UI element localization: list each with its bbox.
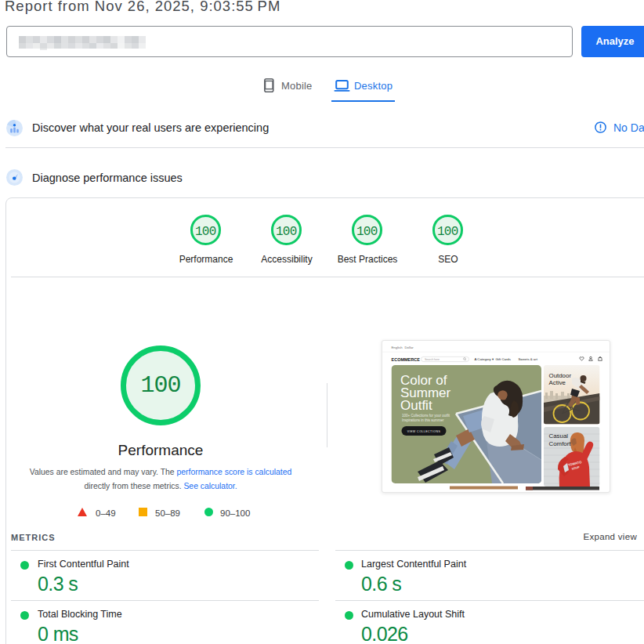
svg-text:Inspirations in this summer: Inspirations in this summer: [402, 418, 444, 422]
svg-text:Gift Cards: Gift Cards: [496, 357, 511, 361]
svg-text:VIEW COLLECTIONS: VIEW COLLECTIONS: [407, 430, 441, 433]
svg-text:Outfit: Outfit: [400, 398, 432, 413]
svg-text:Search here: Search here: [425, 358, 440, 361]
svg-text:Comfort: Comfort: [549, 440, 572, 447]
svg-text:100+ Collections for your outf: 100+ Collections for your outfit: [402, 414, 450, 418]
svg-text:Casual: Casual: [549, 432, 569, 440]
svg-text:English: English: [392, 346, 403, 349]
svg-text:Sweets & art: Sweets & art: [519, 357, 538, 361]
svg-text:Dollar: Dollar: [405, 346, 414, 349]
svg-text:Outdoor: Outdoor: [549, 372, 572, 379]
svg-text:Active: Active: [549, 379, 566, 386]
svg-text:ECOMMERCE: ECOMMERCE: [392, 357, 421, 362]
svg-text:A Category ▾: A Category ▾: [475, 357, 494, 361]
